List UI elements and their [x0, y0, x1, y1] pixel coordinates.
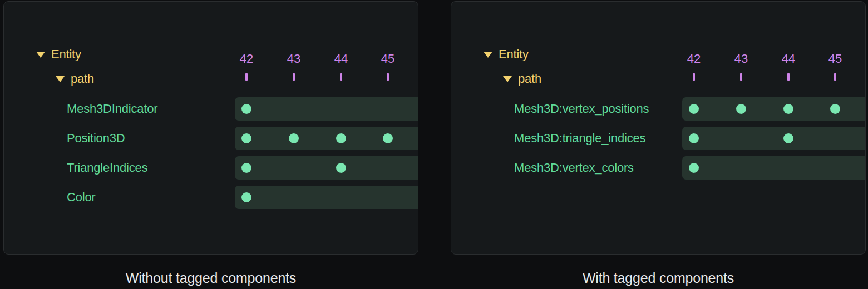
triangle-down-icon[interactable]	[484, 52, 492, 58]
panel-caption: With tagged components	[451, 271, 866, 285]
component-label[interactable]: TriangleIndices	[67, 156, 147, 180]
data-point-dot	[241, 192, 251, 202]
time-column-label: 45	[381, 53, 394, 65]
time-tick-icon	[787, 73, 790, 81]
component-label[interactable]: Color	[67, 186, 96, 209]
tree-item-label: Entity	[499, 48, 529, 61]
tree-item-entity[interactable]: Entity	[484, 48, 529, 61]
component-label[interactable]: Position3D	[67, 127, 125, 150]
time-column-label: 44	[782, 53, 795, 65]
data-point-dot	[736, 104, 746, 114]
tree-item-path[interactable]: path	[56, 73, 94, 85]
triangle-down-icon[interactable]	[503, 76, 512, 82]
panel-caption: Without tagged components	[3, 271, 418, 285]
triangle-down-icon[interactable]	[36, 52, 45, 58]
component-label[interactable]: Mesh3D:triangle_indices	[514, 127, 645, 150]
timeline-panel-without-tags: Entitypath42434445Mesh3DIndicatorPositio…	[3, 1, 418, 255]
data-point-dot	[689, 104, 699, 114]
time-tick-icon	[834, 73, 836, 81]
data-point-dot	[689, 133, 699, 143]
data-point-dot	[241, 133, 251, 143]
data-point-dot	[783, 104, 793, 114]
data-point-dot	[783, 133, 793, 143]
data-density-bar[interactable]	[235, 97, 418, 121]
timeline-panel-with-tags: Entitypath42434445Mesh3D:vertex_position…	[451, 1, 866, 255]
time-column-label: 42	[687, 53, 701, 65]
tree-item-entity[interactable]: Entity	[36, 48, 81, 61]
time-column-label: 43	[734, 53, 748, 65]
time-column-label: 45	[828, 53, 842, 65]
tree-item-path[interactable]: path	[503, 73, 541, 85]
data-density-bar[interactable]	[235, 156, 418, 180]
time-tick-icon	[293, 73, 295, 81]
time-tick-icon	[387, 73, 389, 81]
tree-item-label: path	[71, 73, 94, 85]
time-tick-icon	[340, 73, 342, 81]
time-column-label: 43	[287, 53, 300, 65]
data-point-dot	[336, 163, 346, 173]
data-density-bar[interactable]	[682, 97, 866, 121]
tree-item-label: path	[518, 73, 541, 85]
time-column-label: 44	[334, 53, 348, 65]
time-tick-icon	[245, 73, 248, 81]
data-density-bar[interactable]	[235, 186, 418, 209]
time-tick-icon	[740, 73, 742, 81]
data-point-dot	[383, 133, 393, 143]
component-label[interactable]: Mesh3D:vertex_colors	[514, 156, 634, 180]
tree-item-label: Entity	[51, 48, 81, 61]
data-density-bar[interactable]	[682, 127, 866, 150]
data-density-bar[interactable]	[235, 127, 418, 150]
component-label[interactable]: Mesh3DIndicator	[67, 97, 157, 121]
data-point-dot	[241, 163, 251, 173]
data-point-dot	[289, 133, 299, 143]
data-point-dot	[830, 104, 840, 114]
data-point-dot	[689, 163, 699, 173]
data-density-bar[interactable]	[682, 156, 866, 180]
time-column-label: 42	[240, 53, 253, 65]
component-label[interactable]: Mesh3D:vertex_positions	[514, 97, 649, 121]
time-tick-icon	[693, 73, 695, 81]
data-point-dot	[336, 133, 346, 143]
data-point-dot	[241, 104, 251, 114]
triangle-down-icon[interactable]	[56, 76, 65, 82]
